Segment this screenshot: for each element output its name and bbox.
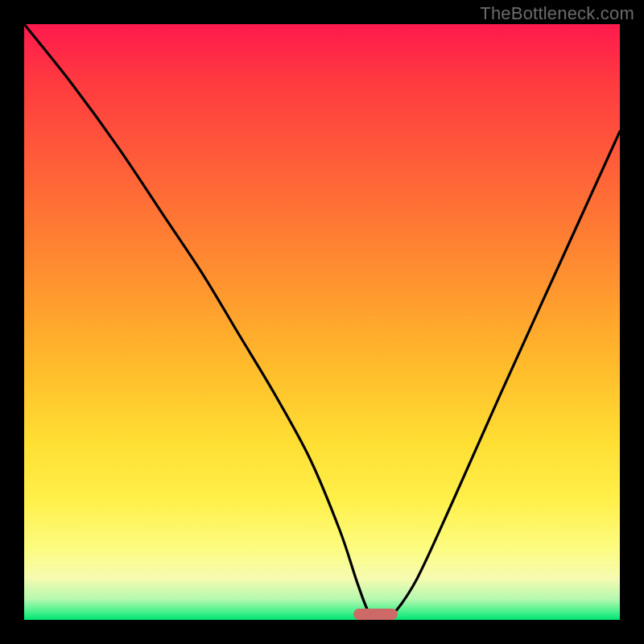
bottleneck-curve [24,24,620,620]
chart-frame: TheBottleneck.com [0,0,644,644]
plot-area [24,24,620,620]
watermark-text: TheBottleneck.com [480,3,634,24]
optimal-marker [353,609,398,620]
